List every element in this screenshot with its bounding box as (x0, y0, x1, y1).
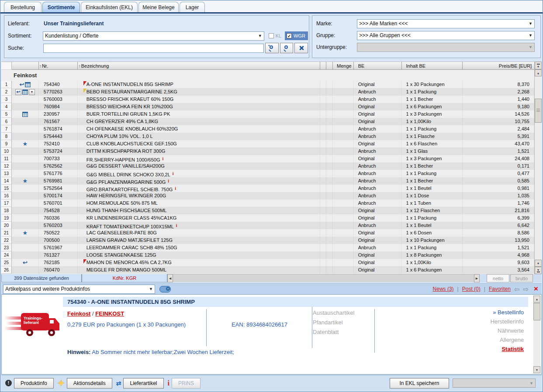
table-row[interactable]: 14★5769981G&G PFLANZENMARGARINE 500GiAnb… (1, 177, 534, 185)
combo-dropdown-icon[interactable]: ▾ (29, 89, 35, 95)
search-filter-button[interactable]: + (265, 43, 279, 53)
table-row[interactable]: 125762562G&G DESSERT VANILLE/SAH200GAnbr… (1, 162, 534, 170)
table-row[interactable]: 18754528HUNG THANH FISCHSAUCE 500MLOrigi… (1, 207, 534, 214)
return-arrow-icon[interactable]: ↩ (23, 260, 28, 265)
scroll-up-button[interactable]: ▲ (535, 69, 542, 76)
table-vertical-scrollbar[interactable]: ▲ ▲ ▼ ▼ (534, 62, 542, 274)
produktinfo-button[interactable]: Produktinfo (14, 378, 54, 389)
scroll-down-button[interactable]: ▼ (535, 260, 542, 267)
nav-forward-icon[interactable]: ⇨ (523, 286, 529, 292)
product-link[interactable]: Herstellerinfo (393, 318, 524, 325)
chevron-down-icon[interactable]: ▼ (529, 21, 533, 26)
kl-checkbox-box[interactable] (269, 33, 274, 38)
scroll-to-top-button[interactable]: ▲ (535, 62, 542, 69)
table-row[interactable]: 26760470MEGGLE FR DRINK MANGO 500MLOrigi… (1, 266, 534, 274)
preis-cell: 8,370 (463, 81, 534, 88)
lieferartikel-button[interactable]: Lieferartikel (123, 378, 163, 389)
header-nr[interactable]: ↑Nr. (39, 62, 78, 70)
chevron-down-icon[interactable]: ▼ (529, 33, 533, 38)
table-row[interactable]: 4760984BRESSO WEICHKA FEIN KR 10%200GOri… (1, 103, 534, 110)
chevron-down-icon[interactable]: ▼ (149, 287, 153, 291)
news-link[interactable]: News (3) (433, 286, 454, 292)
table-row[interactable]: 6761567CH GREYERZER 49% CA 1,8KGOriginal… (1, 118, 534, 125)
scrollbar-thumb[interactable] (533, 303, 540, 320)
hscroll-right-button[interactable]: ▶ (474, 274, 480, 282)
search-input[interactable] (43, 44, 264, 53)
table-row[interactable]: 85754443CHOYA PLUM 10% VOL. 1,0 LAnbruch… (1, 133, 534, 140)
table-row[interactable]: 21★750522LAC GAENSELEBER-PATE 80GOrigina… (1, 229, 534, 237)
table-row[interactable]: 5230957BUER.TORTELLINI GRUEN 1,5KG PKOri… (1, 110, 534, 118)
category-link-2[interactable]: FEINKOST (95, 310, 124, 317)
wgr-checkbox-box[interactable]: ✓ (287, 33, 292, 38)
table-row[interactable]: 2↩▾5770263BEBO RESTAURANTMARGARINE 2,5KG… (1, 88, 534, 96)
scroll-up-button[interactable]: ▲ (533, 296, 540, 303)
category-breadcrumb: Feinkost / FEINKOST (67, 310, 124, 317)
sortiment-dropdown[interactable]: Kundenlistung / Offerte ▼ (43, 31, 264, 41)
calendar-icon[interactable] (22, 89, 28, 95)
gruppe-dropdown[interactable]: >>> Alle Gruppen <<< ▼ (357, 31, 535, 40)
header-preis[interactable]: Preis/BE [EUR] (463, 62, 534, 70)
clear-search-button[interactable] (294, 43, 308, 53)
table-row[interactable]: 24761327LOOSE STANGENKAESE 125GOriginal1… (1, 251, 534, 259)
post-link[interactable]: Post (0) (462, 286, 481, 292)
table-row[interactable]: 175760701HOM.REMOULADE 50% 875 MLAnbruch… (1, 199, 534, 207)
wgr-checkbox[interactable]: ✓ WGR (285, 31, 308, 40)
row-number: 9 (1, 140, 12, 148)
close-icon[interactable]: × (534, 285, 538, 292)
table-row[interactable]: 9★752410CLUB KNOBLAUCHSTUECKE GEF.150GOr… (1, 140, 534, 148)
table-row[interactable]: 19760336KR LINDENBERGER CLASS 45%CA1KGOr… (1, 214, 534, 222)
search-button[interactable] (280, 43, 294, 53)
tab-sortimente[interactable]: Sortimente (42, 2, 80, 12)
hscroll-track[interactable] (173, 274, 474, 282)
tab-einkaufslisten[interactable]: Einkaufslisten (EKL) (81, 2, 138, 12)
scrollbar-thumb[interactable] (535, 99, 542, 123)
row-number: 13 (1, 170, 12, 177)
scroll-down-button[interactable]: ▼ (533, 366, 540, 373)
header-bezeichnung[interactable]: ↑Bezeichnung (78, 62, 320, 70)
product-link[interactable]: Statistik (393, 346, 524, 352)
hscroll-left-button[interactable]: ◀ (167, 274, 173, 282)
product-link[interactable]: Allergene (393, 337, 524, 343)
save-to-ekl-button[interactable]: In EKL speichern (390, 378, 449, 389)
table-row[interactable]: 235761967LEERDAMMER CARAC SCHB 48% 150GA… (1, 244, 534, 251)
table-row[interactable]: 165700174HAW HERINGSFIL WIKINGER 200GAnb… (1, 192, 534, 199)
table-row[interactable]: 135761776G&G MIBELL DRINK SCHOKO 3X0,2Li… (1, 170, 534, 177)
category-link[interactable]: Feinkost (67, 310, 90, 317)
return-arrow-button[interactable]: ↩ (15, 89, 21, 95)
table-row[interactable]: 205760203KRAFT TOMATENKETCHUP 100X15MLiA… (1, 222, 534, 229)
table-row[interactable]: 11700733FR.SHERRY-HAPPEN 1000/650GiOrigi… (1, 155, 534, 162)
productinfo-dropdown[interactable]: Artikelpass und weitere Produktinfos ▼ (3, 285, 155, 294)
tab-bestellung[interactable]: Bestellung (4, 2, 42, 12)
spacer-cell (320, 251, 326, 259)
table-row[interactable]: 35760003BRESSO FRISCHK KRAEUT 60% 150GAn… (1, 96, 534, 103)
favoriten-link[interactable]: Favoriten (489, 286, 511, 292)
return-arrow-icon[interactable]: ↩ (19, 82, 24, 87)
product-link[interactable]: » Bestellinfo (393, 309, 524, 316)
table-row[interactable]: 1↩754340A-ONE INSTANTNUDELN 85G SHRIMPOr… (1, 81, 534, 88)
scroll-to-bottom-button[interactable]: ▼ (535, 267, 542, 274)
table-row[interactable]: 75761874CH OFENKAESE KNOBLAUCH 60%320GAn… (1, 125, 534, 133)
aktion-sun-icon (58, 380, 65, 387)
chevron-down-icon[interactable]: ▼ (258, 34, 262, 38)
kl-checkbox[interactable]: KL (269, 33, 281, 38)
header-inhalt-be[interactable]: Inhalt BE (402, 62, 463, 70)
productinfo-toggle-icon[interactable]: + (159, 286, 171, 292)
table-row[interactable]: 155752564GRO.BRATKARTOFFEL SCHEIB. 750Gi… (1, 185, 534, 192)
netto-button[interactable]: netto (487, 274, 509, 282)
marke-dropdown[interactable]: >>> Alle Marken <<< ▼ (357, 19, 535, 28)
product-link[interactable]: Nährwerte (393, 327, 524, 334)
tab-meine-belege[interactable]: Meine Belege (138, 2, 179, 12)
table-row[interactable]: 22700500LARSEN GRAVAD MATJESFILET 125GOr… (1, 237, 534, 244)
nav-back-icon[interactable]: ⇦ (514, 286, 520, 292)
tab-lager[interactable]: Lager (180, 2, 205, 12)
calendar-icon[interactable] (22, 112, 28, 117)
header-menge[interactable]: Menge (333, 62, 354, 70)
aktionsdetails-button[interactable]: Aktionsdetails (67, 378, 112, 389)
kdnr-tab[interactable]: KdNr. KGR (82, 274, 167, 282)
table-row[interactable]: 105753724DITTM KIRSCHPAPRIKA ROT 300GAnb… (1, 148, 534, 155)
panel-vertical-scrollbar[interactable]: ▲ ▼ (533, 296, 540, 373)
table-row[interactable]: 25↩762185MAHON DE MENORCA 45% CA 2,7KGOr… (1, 259, 534, 266)
brutto-button[interactable]: brutto (510, 274, 533, 282)
calendar-icon[interactable] (25, 82, 31, 87)
header-be[interactable]: BE (354, 62, 402, 70)
